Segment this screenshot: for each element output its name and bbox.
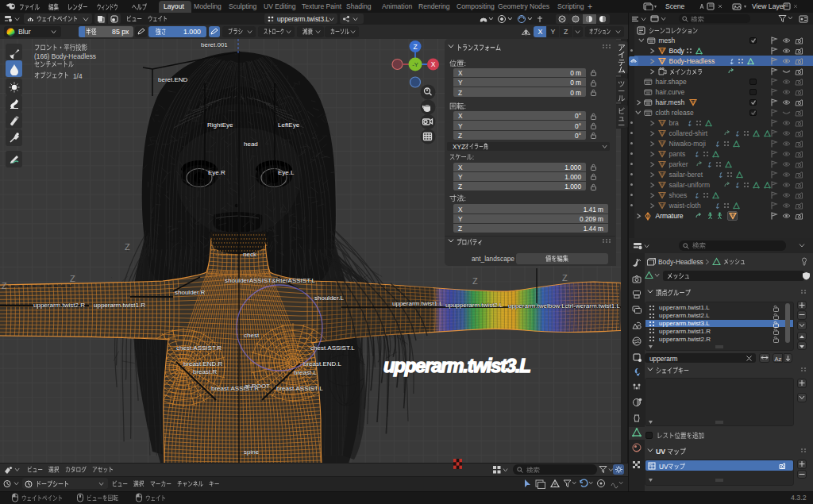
svg-text:Z: Z (70, 274, 75, 283)
svg-text:head: head (244, 140, 258, 148)
svg-text:upperarm.twist2.R: upperarm.twist2.R (33, 301, 85, 308)
svg-text:Z: Z (413, 42, 417, 50)
svg-text:LeftEye: LeftEye (278, 121, 300, 129)
svg-text:Z: Z (562, 273, 568, 283)
svg-text:shoulder.L: shoulder.L (314, 294, 344, 301)
svg-text:upperarm.twist1.L: upperarm.twist1.L (392, 300, 443, 307)
svg-text:breast.R: breast.R (193, 367, 217, 375)
svg-text:beret.END: beret.END (158, 76, 188, 83)
svg-text:Z: Z (125, 242, 130, 252)
svg-text:shoulderASSIST&RterASSIST.L: shoulderASSIST&RterASSIST.L (225, 276, 315, 283)
svg-text:breast.END.R: breast.END.R (183, 360, 223, 367)
svg-text:upupperarm.twist2.L: upupperarm.twist2.L (445, 301, 503, 308)
svg-text:RightEye: RightEye (207, 121, 233, 129)
svg-text:chest.ASSIST.L: chest.ASSIST.L (310, 344, 355, 351)
svg-text:beret.001: beret.001 (201, 41, 228, 48)
svg-text:Eye.R: Eye.R (208, 168, 225, 175)
svg-text:Z: Z (2, 281, 7, 290)
svg-text:chest: chest (244, 331, 260, 338)
svg-text:Eye.L: Eye.L (278, 168, 295, 175)
svg-text:Az: Az (774, 355, 781, 362)
svg-text:-Y: -Y (412, 61, 418, 68)
svg-text:spine: spine (244, 448, 260, 455)
svg-text:upperarm.twist1.R: upperarm.twist1.R (94, 301, 145, 308)
svg-text:breast.END.L: breast.END.L (303, 360, 342, 367)
svg-text:shoulder.R: shoulder.R (175, 288, 205, 295)
svg-text:upperarm.twist3.L: upperarm.twist3.L (383, 354, 531, 375)
svg-text:breast.ASSIST.L: breast.ASSIST.L (276, 384, 323, 391)
svg-text:upperarm.twelbow.Lctrl-werarm.: upperarm.twelbow.Lctrl-werarm.twist1.L (508, 302, 620, 309)
svg-text:X: X (431, 60, 436, 68)
svg-text:breast.L: breast.L (294, 368, 317, 375)
svg-text:chest.ASSIST.R: chest.ASSIST.R (176, 344, 222, 351)
svg-text:Z: Z (472, 276, 478, 286)
svg-text:neck: neck (243, 250, 257, 257)
svg-text:at.ROOT: at.ROOT (245, 382, 270, 389)
